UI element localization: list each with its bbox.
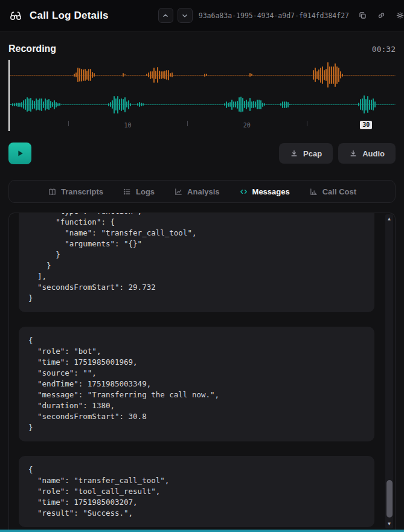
waveform-bar	[380, 75, 381, 75]
waveform-bar	[287, 75, 289, 75]
waveform-bar	[141, 103, 142, 106]
timeline-tick	[68, 121, 69, 126]
waveform-bar	[208, 75, 209, 75]
waveform-bar	[302, 75, 303, 75]
waveform-bar	[56, 102, 57, 107]
waveform-bar	[143, 103, 144, 106]
messages-scroll-area[interactable]: "type": "function", "function": { "name"…	[9, 213, 385, 532]
waveform-bar	[336, 66, 338, 84]
waveform-bar	[268, 104, 269, 105]
list-icon	[123, 187, 132, 196]
tab-analysis[interactable]: Analysis	[174, 187, 219, 196]
settings-button[interactable]	[393, 8, 404, 23]
waveform-bar	[333, 66, 334, 84]
waveform-bar	[356, 104, 358, 105]
messages-list: "type": "function", "function": { "name"…	[19, 213, 374, 527]
scrollbar-thumb[interactable]	[386, 480, 393, 518]
waveform-bar	[75, 104, 77, 105]
download-audio-button[interactable]: Audio	[338, 143, 396, 164]
waveform-bar	[266, 104, 267, 105]
waveform-bar	[108, 103, 109, 106]
tab-call-cost[interactable]: Call Cost	[309, 187, 356, 196]
waveform-bar	[316, 71, 318, 79]
recording-title: Recording	[8, 43, 56, 54]
waveform-bar	[213, 104, 214, 105]
waveform-bar	[266, 75, 267, 75]
waveform-bar	[289, 75, 290, 75]
waveform-bar	[119, 75, 120, 75]
waveform-bar	[135, 104, 136, 105]
waveform-bar	[179, 75, 180, 75]
waveform-bar	[37, 75, 39, 75]
waveform-bar	[21, 102, 22, 107]
waveform-bar	[240, 97, 242, 112]
waveform-bar	[284, 101, 285, 108]
waveform-bar	[340, 104, 341, 105]
waveform-bar	[393, 75, 394, 75]
previous-call-button[interactable]	[158, 8, 173, 23]
waveform-bar	[172, 72, 173, 77]
timeline-current-chip: 30	[360, 121, 372, 129]
waveform-bar	[162, 71, 164, 79]
waveform-bar	[66, 104, 68, 105]
waveform-bar	[311, 75, 312, 75]
waveform-bar	[46, 75, 48, 75]
tab-transcripts[interactable]: Transcripts	[48, 187, 103, 196]
waveform-bar	[161, 71, 162, 79]
arrow-up-icon: ▲	[387, 216, 392, 222]
waveform-bar	[373, 98, 374, 111]
waveform-bar	[18, 103, 19, 107]
waveform-bar	[97, 75, 98, 75]
waveform-bar	[179, 104, 180, 105]
recording-panel: Recording 00:32 102030 Pcap	[0, 31, 404, 164]
scrollbar-up-button[interactable]: ▲	[385, 214, 393, 223]
waveform-bar	[88, 104, 89, 105]
play-button[interactable]	[8, 143, 31, 164]
vertical-scrollbar[interactable]: ▲ ▼	[385, 214, 393, 528]
next-call-button[interactable]	[178, 8, 193, 23]
waveform-bar	[253, 75, 254, 75]
waveform-bar	[48, 75, 50, 75]
waveform-bar	[338, 68, 339, 82]
waveform-bar	[99, 104, 100, 105]
waveform-bar	[306, 104, 307, 105]
waveform-bar	[72, 104, 73, 105]
waveform-bar	[172, 104, 173, 105]
waveform-bar	[324, 70, 325, 80]
download-pcap-button[interactable]: Pcap	[279, 143, 333, 164]
waveform-bar	[170, 104, 171, 105]
waveform-bar	[41, 75, 42, 75]
waveform-bar	[360, 75, 361, 75]
waveform-bar	[219, 104, 220, 105]
waveform-bar	[318, 104, 319, 105]
copy-link-button[interactable]	[374, 8, 388, 23]
tab-logs[interactable]: Logs	[123, 187, 155, 196]
message-json: { "name": "transfer_call_tool", "role": …	[28, 464, 365, 519]
waveform-bar	[316, 104, 318, 105]
waveform-bar	[220, 104, 222, 105]
waveform-bar	[175, 75, 176, 75]
waveform-area[interactable]: 102030	[8, 59, 396, 133]
waveform-bar	[347, 104, 348, 105]
waveform-bar	[184, 104, 185, 105]
playhead[interactable]	[8, 60, 10, 131]
waveform-bar	[200, 75, 202, 75]
waveform-bar	[85, 104, 86, 105]
waveform-bar	[112, 100, 113, 109]
waveform-bar	[130, 103, 131, 106]
message-json: { "role": "bot", "time": 1751985001969, …	[28, 335, 365, 433]
waveform-bar	[79, 104, 80, 105]
waveform-bar	[338, 104, 339, 105]
waveform-bar	[114, 75, 115, 75]
waveform-bar	[306, 75, 307, 75]
waveform-bar	[242, 75, 243, 75]
waveform-bar	[313, 104, 314, 105]
download-icon	[349, 149, 358, 158]
header: Call Log Details 93a6a83a-1995-4934-a9d7…	[0, 0, 404, 31]
tab-messages[interactable]: Messages	[239, 187, 290, 196]
copy-call-id-button[interactable]	[355, 8, 370, 23]
waveform-bar	[104, 75, 106, 75]
waveform-bar	[333, 104, 334, 105]
recording-controls: Pcap Audio	[8, 143, 396, 164]
scrollbar-down-button[interactable]: ▼	[385, 519, 393, 528]
